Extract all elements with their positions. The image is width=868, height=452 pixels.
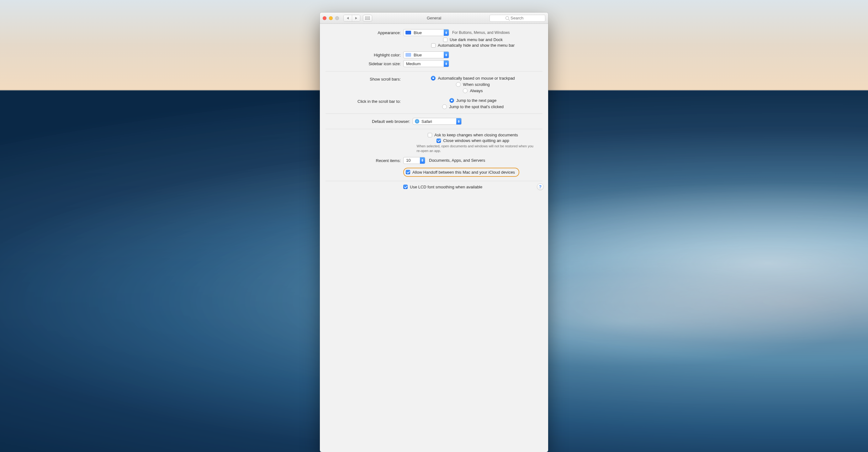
checkbox-icon <box>436 138 441 143</box>
handoff-highlight: Allow Handoff between this Mac and your … <box>403 168 519 177</box>
sidebar-size-popup[interactable]: Medium <box>403 60 449 67</box>
lcd-smoothing-checkbox[interactable]: Use LCD font smoothing when available <box>403 185 482 189</box>
dark-menu-label: Use dark menu bar and Dock <box>450 37 503 42</box>
chevron-right-icon <box>355 17 357 20</box>
grid-icon <box>365 17 370 20</box>
radio-icon <box>450 98 454 103</box>
appearance-hint: For Buttons, Menus, and Windows <box>452 30 509 35</box>
scrollbars-option-scrolling[interactable]: When scrolling <box>456 82 490 87</box>
highlight-value: Blue <box>413 53 444 57</box>
divider <box>326 129 542 129</box>
help-button[interactable]: ? <box>537 183 544 190</box>
scrollbars-option-auto[interactable]: Automatically based on mouse or trackpad <box>431 75 515 81</box>
appearance-value: Blue <box>413 30 444 35</box>
nav-segmented <box>343 15 360 22</box>
recent-value: 10 <box>404 158 420 163</box>
checkbox-icon <box>403 185 408 189</box>
stepper-arrows-icon <box>420 157 425 164</box>
browser-popup[interactable]: Safari <box>413 118 462 125</box>
radio-icon <box>463 88 468 93</box>
checkbox-icon <box>431 43 436 47</box>
recent-popup[interactable]: 10 <box>403 157 425 164</box>
forward-button[interactable] <box>352 15 360 21</box>
appearance-swatch <box>405 31 411 34</box>
handoff-checkbox[interactable]: Allow Handoff between this Mac and your … <box>406 170 515 174</box>
divider <box>326 114 542 114</box>
radio-icon <box>442 104 447 109</box>
browser-label: Default web browser: <box>326 118 413 124</box>
titlebar: General <box>320 12 548 24</box>
dark-menu-checkbox[interactable]: Use dark menu bar and Dock <box>443 37 503 42</box>
highlight-label: Highlight color: <box>326 52 403 57</box>
sidebar-size-label: Sidebar icon size: <box>326 60 403 66</box>
search-input[interactable] <box>510 16 529 20</box>
back-button[interactable] <box>344 15 352 21</box>
checkbox-icon <box>428 133 432 137</box>
content-area: Appearance: Blue For Buttons, Menus, and… <box>320 24 548 195</box>
scrollclick-option-nextpage[interactable]: Jump to the next page <box>450 98 497 103</box>
checkbox-icon <box>406 170 410 174</box>
scrollbars-label: Show scroll bars: <box>326 75 403 82</box>
stepper-arrows-icon <box>444 29 449 36</box>
minimize-window-button[interactable] <box>329 16 333 20</box>
stepper-arrows-icon <box>444 61 449 67</box>
traffic-lights <box>323 16 339 20</box>
search-field[interactable] <box>490 15 545 22</box>
ask-keep-changes-checkbox[interactable]: Ask to keep changes when closing documen… <box>428 133 518 137</box>
zoom-window-button[interactable] <box>335 16 339 20</box>
auto-hide-menu-label: Automatically hide and show the menu bar <box>438 43 515 47</box>
stepper-arrows-icon <box>444 52 449 58</box>
stepper-arrows-icon <box>456 118 461 124</box>
chevron-left-icon <box>347 17 349 20</box>
browser-value: Safari <box>421 119 456 124</box>
close-window-button[interactable] <box>323 16 327 20</box>
scrollclick-label: Click in the scroll bar to: <box>326 98 403 104</box>
appearance-popup[interactable]: Blue <box>403 29 449 36</box>
preferences-window: General Appearance: Blue For Buttons, Me… <box>320 12 548 452</box>
sidebar-size-value: Medium <box>404 61 444 66</box>
highlight-popup[interactable]: Blue <box>403 52 449 58</box>
checkbox-icon <box>443 38 447 42</box>
close-windows-checkbox[interactable]: Close windows when quitting an app <box>436 138 509 143</box>
search-icon <box>505 16 509 20</box>
divider <box>326 181 542 181</box>
scrollbars-option-always[interactable]: Always <box>463 88 483 93</box>
radio-icon <box>456 82 461 87</box>
show-all-button[interactable] <box>363 15 372 22</box>
appearance-label: Appearance: <box>326 29 403 35</box>
auto-hide-menu-checkbox[interactable]: Automatically hide and show the menu bar <box>431 43 515 47</box>
safari-icon <box>415 119 419 124</box>
recent-suffix: Documents, Apps, and Servers <box>429 158 485 163</box>
recent-label: Recent items: <box>326 157 403 163</box>
highlight-swatch <box>405 53 411 57</box>
scrollclick-option-spot[interactable]: Jump to the spot that's clicked <box>442 104 504 109</box>
divider <box>326 71 542 71</box>
close-windows-note: When selected, open documents and window… <box>417 144 536 153</box>
radio-icon <box>431 76 436 80</box>
